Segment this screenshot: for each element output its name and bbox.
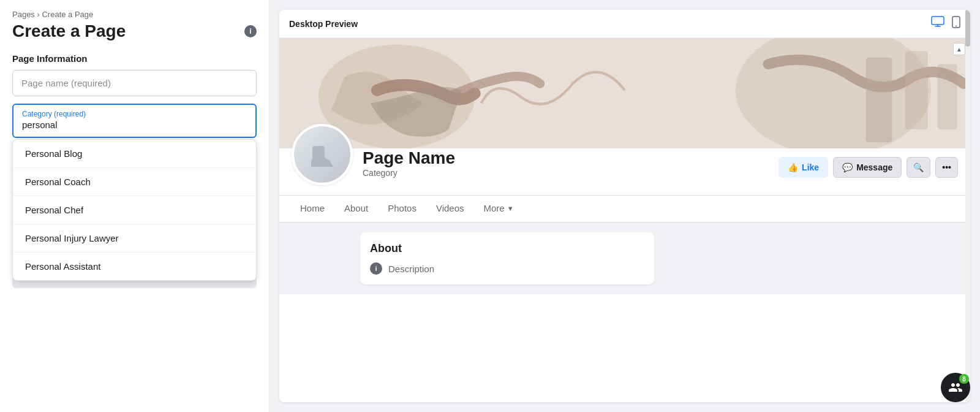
- scrollbar-track: [965, 10, 970, 402]
- about-card: About i Description: [360, 232, 654, 284]
- svg-point-5: [736, 38, 931, 148]
- more-label: More: [484, 203, 505, 213]
- dropdown-item-injury-lawyer[interactable]: Personal Injury Lawyer: [13, 224, 256, 253]
- message-label: Message: [856, 162, 892, 172]
- nav-item-more[interactable]: More ▼: [475, 196, 522, 223]
- about-title: About: [370, 242, 644, 255]
- nav-item-home[interactable]: Home: [292, 196, 333, 223]
- profile-section: Page Name Category 👍 Like 💬 Message 🔍: [279, 148, 970, 196]
- dropdown-item-assistant[interactable]: Personal Assistant: [13, 253, 256, 280]
- info-icon[interactable]: i: [244, 25, 257, 37]
- scrollbar-thumb[interactable]: [965, 10, 970, 47]
- preview-icons: [931, 16, 960, 31]
- page-title-container: Create a Page i: [12, 21, 257, 41]
- breadcrumb-parent[interactable]: Pages: [12, 10, 35, 19]
- preview-label: Desktop Preview: [289, 19, 358, 29]
- preview-body: ▲ Page Name Category: [279, 38, 970, 402]
- category-input-container: Category (required): [12, 104, 257, 138]
- message-button[interactable]: 💬 Message: [833, 157, 902, 178]
- page-name-input[interactable]: [12, 70, 257, 96]
- like-label: Like: [802, 162, 819, 172]
- dropdown-item-chef[interactable]: Personal Chef: [13, 196, 256, 224]
- search-icon: 🔍: [913, 162, 924, 172]
- online-badge[interactable]: 8: [941, 373, 970, 402]
- right-panel: Desktop Preview: [270, 0, 980, 412]
- thumbs-up-icon: 👍: [788, 162, 798, 172]
- cover-photo: ▲: [279, 38, 970, 148]
- section-label: Page Information: [12, 53, 257, 64]
- category-label: Category (required): [22, 110, 247, 118]
- sidebar-spacer: [289, 232, 350, 284]
- dropdown-item-blog[interactable]: Personal Blog: [13, 140, 256, 168]
- mobile-icon[interactable]: [952, 16, 960, 31]
- svg-rect-6: [866, 58, 892, 142]
- category-wrapper: Category (required) Personal Blog Person…: [12, 104, 257, 138]
- about-description: i Description: [370, 262, 644, 275]
- more-options-button[interactable]: •••: [935, 157, 958, 178]
- category-input[interactable]: [22, 120, 247, 130]
- svg-rect-8: [938, 64, 957, 129]
- breadcrumb: Pages › Create a Page: [12, 10, 257, 19]
- profile-info: Page Name Category: [363, 148, 769, 185]
- category-dropdown: Personal Blog Personal Coach Personal Ch…: [12, 139, 257, 281]
- svg-rect-0: [932, 17, 944, 25]
- page-nav: Home About Photos Videos More ▼: [279, 196, 970, 223]
- nav-item-videos[interactable]: Videos: [428, 196, 473, 223]
- search-button[interactable]: 🔍: [907, 157, 930, 178]
- breadcrumb-current: Create a Page: [42, 10, 93, 19]
- chevron-down-icon: ▼: [507, 205, 514, 212]
- messenger-icon: 💬: [842, 162, 853, 172]
- like-button[interactable]: 👍 Like: [778, 157, 828, 178]
- left-panel: Pages › Create a Page Create a Page i Pa…: [0, 0, 270, 412]
- about-section: About i Description: [279, 223, 970, 294]
- dropdown-item-coach[interactable]: Personal Coach: [13, 168, 256, 196]
- ellipsis-icon: •••: [942, 162, 951, 172]
- nav-item-about[interactable]: About: [336, 196, 377, 223]
- svg-point-2: [956, 26, 957, 27]
- profile-picture: [292, 124, 353, 185]
- scroll-up-btn[interactable]: ▲: [953, 43, 965, 55]
- profile-actions: 👍 Like 💬 Message 🔍 •••: [778, 157, 958, 185]
- online-count: 8: [959, 374, 969, 384]
- description-icon: i: [370, 262, 382, 275]
- profile-category: Category: [363, 168, 769, 178]
- profile-name: Page Name: [363, 148, 769, 168]
- preview-header: Desktop Preview: [279, 10, 970, 38]
- profile-pic-wrapper: [292, 124, 353, 185]
- breadcrumb-separator: ›: [37, 10, 40, 19]
- svg-rect-7: [905, 51, 928, 129]
- page-title: Create a Page: [12, 21, 126, 41]
- preview-container: Desktop Preview: [279, 10, 970, 402]
- desktop-icon[interactable]: [931, 16, 944, 31]
- nav-item-photos[interactable]: Photos: [379, 196, 425, 223]
- description-label: Description: [388, 264, 434, 274]
